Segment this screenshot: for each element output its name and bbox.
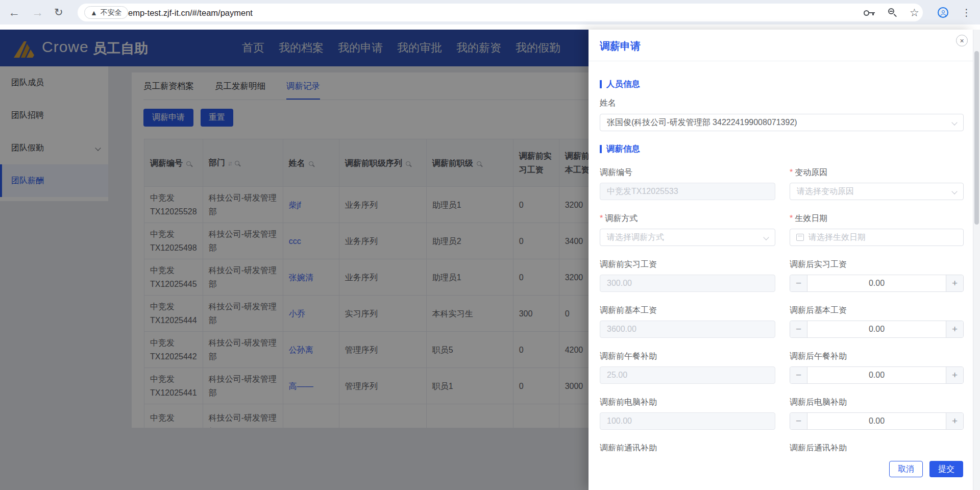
form-row: 调薪前通讯补助调薪后通讯补助 — [600, 443, 964, 451]
disabled-input: 300.00 — [600, 275, 775, 292]
drawer-footer: 取消 提交 — [589, 451, 973, 490]
increase-button[interactable]: + — [946, 367, 963, 383]
scrollbar[interactable] — [973, 30, 980, 490]
select-placeholder: 请选择调薪方式 — [607, 232, 664, 243]
stepper-value[interactable]: 0.00 — [807, 279, 946, 288]
cancel-button[interactable]: 取消 — [889, 461, 923, 477]
field-label: 调薪后实习工资 — [790, 259, 847, 270]
field-label: 调薪前基本工资 — [600, 305, 657, 316]
field-label: *生效日期 — [790, 213, 827, 224]
salary-adjustment-drawer: 调薪申请 × 人员信息 姓名 张国俊(科技公司-研发管理部 3422241990… — [589, 30, 973, 490]
increase-button[interactable]: + — [946, 413, 963, 429]
field-label: *变动原因 — [790, 167, 827, 178]
drawer-body: 人员信息 姓名 张国俊(科技公司-研发管理部 34222419900807139… — [589, 62, 973, 451]
url-text[interactable]: emp-test.zjf-it.cn/#/team/payment — [128, 8, 253, 17]
form-row: *调薪方式请选择调薪方式*生效日期请选择生效日期 — [600, 213, 964, 249]
warning-icon: ▲ — [90, 9, 97, 17]
decrease-button[interactable]: − — [790, 275, 807, 291]
field-label: *调薪方式 — [600, 213, 638, 224]
number-stepper[interactable]: −0.00+ — [790, 366, 964, 384]
input-value: 300.00 — [607, 279, 632, 288]
submit-button[interactable]: 提交 — [929, 461, 963, 477]
decrease-button[interactable]: − — [790, 413, 807, 429]
profile-icon[interactable] — [938, 7, 948, 18]
increase-button[interactable]: + — [946, 321, 963, 337]
disabled-input: 中竞发TX12025533 — [600, 183, 775, 200]
drawer-header: 调薪申请 × — [589, 30, 973, 61]
scrollbar-thumb[interactable] — [974, 51, 979, 225]
browser-toolbar: ← → ↻ ▲ 不安全 emp-test.zjf-it.cn/#/team/pa… — [0, 0, 980, 24]
decrease-button[interactable]: − — [790, 321, 807, 337]
field-label: 调薪前实习工资 — [600, 259, 657, 270]
disabled-input: 3600.00 — [600, 321, 775, 338]
date-input[interactable]: 请选择生效日期 — [790, 229, 964, 246]
field-label: 调薪后午餐补助 — [790, 351, 847, 362]
browser-back-icon[interactable]: ← — [8, 6, 20, 19]
field-label: 调薪前通讯补助 — [600, 443, 657, 451]
calendar-icon — [796, 234, 804, 241]
number-stepper[interactable]: −0.00+ — [790, 412, 964, 430]
required-asterisk: * — [790, 214, 793, 223]
chevron-down-icon — [951, 188, 957, 194]
field-label: 调薪前午餐补助 — [600, 351, 657, 362]
close-icon[interactable]: × — [956, 35, 968, 46]
number-stepper[interactable]: −0.00+ — [790, 275, 964, 292]
chevron-down-icon — [763, 234, 769, 240]
field-label: 调薪后通讯补助 — [790, 443, 847, 451]
number-stepper[interactable]: −0.00+ — [790, 321, 964, 338]
form-row: 调薪前电脑补助100.00调薪后电脑补助−0.00+ — [600, 397, 964, 433]
page: Crowe 员工自助 首页我的档案我的申请我的审批我的薪资我的假勤 团队成员团队… — [0, 30, 980, 490]
input-value: 25.00 — [607, 371, 627, 380]
input-value: 中竞发TX12025533 — [607, 186, 678, 197]
increase-button[interactable]: + — [946, 275, 963, 291]
form-row: 调薪前午餐补助25.00调薪后午餐补助−0.00+ — [600, 351, 964, 387]
section-adjust-info: 调薪信息 — [600, 143, 640, 155]
name-field-label: 姓名 — [600, 98, 616, 109]
field-label: 调薪前电脑补助 — [600, 397, 657, 408]
field-label: 调薪后电脑补助 — [790, 397, 847, 408]
zoom-out-icon[interactable] — [888, 8, 897, 17]
name-select[interactable]: 张国俊(科技公司-研发管理部 342224199008071392) — [600, 114, 964, 131]
select-input[interactable]: 请选择变动原因 — [790, 183, 964, 200]
security-badge-label: 不安全 — [101, 8, 122, 17]
password-key-icon[interactable] — [864, 10, 875, 16]
form-row: 调薪编号中竞发TX12025533*变动原因请选择变动原因 — [600, 167, 964, 203]
browser-reload-icon[interactable]: ↻ — [54, 6, 63, 18]
browser-menu-icon[interactable]: ⋮ — [962, 7, 971, 18]
date-placeholder: 请选择生效日期 — [808, 232, 866, 243]
address-bar[interactable]: ▲ 不安全 emp-test.zjf-it.cn/#/team/payment … — [78, 4, 923, 21]
select-input[interactable]: 请选择调薪方式 — [600, 229, 775, 246]
disabled-input: 25.00 — [600, 366, 775, 384]
form-row: 调薪前实习工资300.00调薪后实习工资−0.00+ — [600, 259, 964, 295]
select-placeholder: 请选择变动原因 — [797, 186, 854, 197]
disabled-input: 100.00 — [600, 412, 775, 430]
drawer-title: 调薪申请 — [600, 39, 641, 53]
browser-forward-icon[interactable]: → — [32, 6, 43, 19]
required-asterisk: * — [790, 168, 793, 177]
required-asterisk: * — [600, 214, 603, 223]
stepper-value[interactable]: 0.00 — [807, 371, 946, 380]
decrease-button[interactable]: − — [790, 367, 807, 383]
security-badge[interactable]: ▲ 不安全 — [84, 6, 128, 19]
stepper-value[interactable]: 0.00 — [807, 325, 946, 334]
form-row: 调薪前基本工资3600.00调薪后基本工资−0.00+ — [600, 305, 964, 341]
chrome-strip — [0, 24, 980, 30]
bookmark-star-icon[interactable]: ☆ — [910, 7, 919, 19]
field-label: 调薪后基本工资 — [790, 305, 847, 316]
stepper-value[interactable]: 0.00 — [807, 416, 946, 426]
field-label: 调薪编号 — [600, 167, 632, 178]
name-select-value: 张国俊(科技公司-研发管理部 342224199008071392) — [607, 117, 797, 128]
input-value: 100.00 — [607, 416, 632, 426]
input-value: 3600.00 — [607, 325, 636, 334]
chevron-down-icon — [951, 119, 957, 125]
section-person-info: 人员信息 — [600, 79, 640, 90]
